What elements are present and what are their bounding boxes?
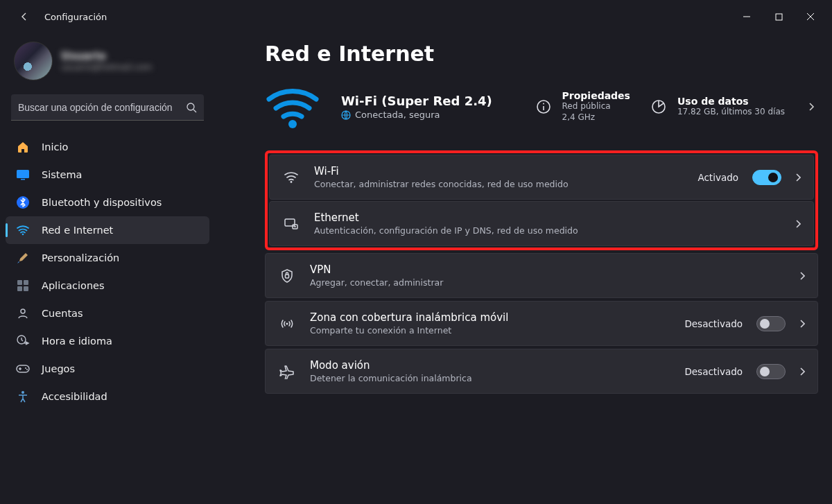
sidebar-item-sistema[interactable]: Sistema	[6, 161, 209, 189]
sidebar: Usuario usuario@hotmail.com Inicio Sis	[0, 33, 215, 504]
row-ethernet[interactable]: Ethernet Autenticación, configuración de…	[269, 201, 814, 246]
clock-language-icon	[15, 333, 31, 349]
sidebar-item-label: Sistema	[42, 169, 82, 180]
sidebar-item-label: Accesibilidad	[42, 391, 107, 402]
chevron-right-icon	[799, 320, 805, 328]
person-icon	[15, 306, 31, 321]
pie-chart-icon	[650, 98, 668, 116]
info-icon	[535, 98, 553, 116]
sidebar-item-accesibilidad[interactable]: Accesibilidad	[6, 383, 209, 410]
svg-rect-29	[286, 275, 289, 278]
ethernet-icon	[282, 215, 300, 233]
apps-icon	[15, 278, 31, 293]
row-vpn[interactable]: VPN Agregar, conectar, administrar	[265, 253, 818, 298]
row-title: VPN	[310, 263, 786, 276]
svg-rect-6	[17, 170, 29, 178]
wifi-large-icon	[265, 82, 320, 131]
airplane-toggle[interactable]	[756, 364, 786, 379]
sidebar-item-label: Aplicaciones	[42, 280, 105, 291]
airplane-toggle-label: Desactivado	[684, 366, 743, 377]
svg-rect-16	[17, 365, 29, 372]
svg-point-9	[22, 234, 24, 236]
svg-point-17	[25, 367, 26, 369]
paintbrush-icon	[15, 250, 31, 266]
row-subtitle: Autenticación, configuración de IP y DNS…	[314, 225, 781, 236]
chevron-right-icon	[799, 367, 805, 376]
avatar	[14, 42, 53, 80]
properties-sub1: Red pública	[562, 101, 630, 112]
svg-rect-1	[776, 14, 782, 20]
sidebar-item-juegos[interactable]: Juegos	[6, 355, 209, 383]
gamepad-icon	[15, 361, 31, 376]
sidebar-item-cuentas[interactable]: Cuentas	[6, 299, 209, 327]
svg-point-20	[288, 120, 297, 128]
bluetooth-icon	[15, 195, 31, 210]
page-title: Red e Internet	[265, 42, 818, 66]
profile-name: Usuario	[61, 50, 152, 62]
hotspot-toggle[interactable]	[756, 316, 786, 331]
back-button[interactable]	[14, 6, 36, 28]
accessibility-icon	[15, 389, 31, 404]
connection-name: Wi-Fi (Super Red 2.4)	[341, 94, 492, 108]
highlight-annotation: Wi-Fi Conectar, administrar redes conoci…	[265, 150, 818, 250]
wifi-icon	[15, 223, 31, 238]
search-icon	[186, 102, 197, 113]
profile-email: usuario@hotmail.com	[61, 62, 152, 72]
search-input[interactable]	[18, 102, 180, 113]
sidebar-item-bluetooth[interactable]: Bluetooth y dispositivos	[6, 189, 209, 216]
svg-point-19	[21, 391, 24, 394]
row-subtitle: Detener la comunicación inalámbrica	[310, 373, 670, 383]
row-title: Ethernet	[314, 211, 781, 224]
system-icon	[15, 167, 31, 182]
sidebar-item-label: Red e Internet	[42, 225, 113, 236]
sidebar-item-hora[interactable]: Hora e idioma	[6, 327, 209, 355]
status-expand[interactable]	[804, 102, 818, 112]
svg-point-26	[291, 181, 293, 183]
svg-rect-12	[17, 286, 22, 291]
close-button[interactable]	[795, 3, 826, 31]
svg-point-14	[21, 309, 25, 313]
user-profile[interactable]: Usuario usuario@hotmail.com	[6, 33, 209, 94]
sidebar-item-label: Inicio	[42, 141, 68, 153]
row-title: Modo avión	[310, 359, 670, 372]
svg-point-30	[286, 322, 288, 324]
data-usage-sub: 17.82 GB, últimos 30 días	[677, 107, 785, 118]
shield-icon	[278, 267, 296, 285]
maximize-button[interactable]	[763, 3, 795, 31]
sidebar-item-label: Hora e idioma	[42, 336, 112, 347]
row-subtitle: Agregar, conectar, administrar	[310, 277, 786, 288]
svg-rect-10	[17, 280, 22, 285]
row-title: Zona con cobertura inalámbrica móvil	[310, 311, 670, 324]
hotspot-icon	[278, 315, 296, 333]
sidebar-item-label: Bluetooth y dispositivos	[42, 197, 162, 208]
properties-sub2: 2,4 GHz	[562, 112, 630, 123]
data-usage-block[interactable]: Uso de datos 17.82 GB, últimos 30 días	[650, 96, 785, 118]
search-box[interactable]	[11, 94, 204, 121]
properties-block[interactable]: Propiedades Red pública 2,4 GHz	[535, 90, 630, 123]
sidebar-item-aplicaciones[interactable]: Aplicaciones	[6, 272, 209, 299]
chevron-right-icon	[795, 220, 801, 228]
chevron-right-icon	[799, 272, 805, 280]
app-title: Configuración	[44, 12, 107, 22]
network-status-card: Wi-Fi (Super Red 2.4) Conectada, segura …	[265, 82, 818, 131]
row-airplane[interactable]: Modo avión Detener la comunicación inalá…	[265, 349, 818, 394]
data-usage-label: Uso de datos	[677, 96, 785, 107]
svg-line-5	[193, 110, 196, 112]
row-wifi[interactable]: Wi-Fi Conectar, administrar redes conoci…	[269, 155, 814, 200]
home-icon	[15, 139, 31, 155]
sidebar-item-personalizacion[interactable]: Personalización	[6, 244, 209, 272]
nav-list: Inicio Sistema Bluetooth y dispositivos …	[6, 133, 209, 410]
row-subtitle: Conectar, administrar redes conocidas, r…	[314, 179, 684, 189]
minimize-button[interactable]	[731, 3, 763, 31]
sidebar-item-inicio[interactable]: Inicio	[6, 133, 209, 161]
sidebar-item-label: Cuentas	[42, 308, 83, 319]
wifi-icon	[282, 168, 300, 186]
svg-point-4	[187, 103, 194, 110]
wifi-toggle[interactable]	[752, 170, 781, 185]
globe-icon	[341, 110, 351, 120]
properties-label: Propiedades	[562, 90, 630, 101]
connection-status: Conectada, segura	[341, 110, 492, 120]
row-hotspot[interactable]: Zona con cobertura inalámbrica móvil Com…	[265, 301, 818, 346]
sidebar-item-red[interactable]: Red e Internet	[6, 216, 209, 244]
sidebar-item-label: Juegos	[42, 363, 75, 374]
